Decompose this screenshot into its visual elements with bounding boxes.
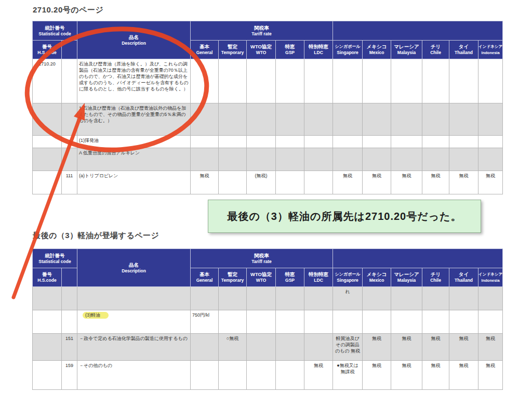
cell-singapore — [333, 59, 363, 103]
header-singapore: シンガポールSingapore — [333, 268, 363, 287]
cell-mexico — [363, 136, 391, 148]
cell-thailand: 無税 — [449, 361, 478, 390]
cell-chile — [422, 103, 449, 136]
header-general-ja: 基本 — [191, 44, 218, 50]
cell-singapore: れ — [333, 287, 363, 310]
stat-code-cell — [62, 310, 77, 334]
cell-malaysia: 無税 — [391, 361, 422, 390]
header-tariff-rate-ja: 関税率 — [191, 253, 332, 259]
cell-general — [191, 59, 219, 103]
table-row: 159 －その他のもの 無税 ●無税又は無課税 無税 無税 無税 無税 無税 — [33, 361, 503, 390]
header-wto-en: WTO — [247, 278, 275, 283]
cell-indonesia — [478, 310, 503, 334]
table-row: A 低重合度の混合アルキレン — [33, 148, 503, 171]
header-temporary: 暫定Temporary — [219, 41, 247, 59]
section-title-bottom: 最後の（3）軽油が登場するページ — [33, 231, 159, 241]
cell-thailand: 無税 — [449, 334, 478, 361]
header-malaysia-en: Malaysia — [391, 278, 422, 283]
cell-mexico: 無税 — [363, 171, 391, 194]
cell-mexico — [363, 287, 391, 310]
header-ldc-ja: 特別特恵 — [304, 271, 332, 278]
header-thailand-ja: タイ — [449, 271, 478, 278]
header-description-ja: 品名 — [77, 34, 190, 41]
header-tariff-rate-en: Tariff rate — [191, 31, 332, 37]
cell-malaysia — [391, 103, 422, 136]
header-description-en: Description — [77, 268, 190, 274]
cell-indonesia — [478, 59, 503, 103]
header-general: 基本General — [191, 268, 219, 287]
cell-wto — [247, 59, 276, 103]
cell-mexico — [363, 148, 391, 171]
cell-temporary — [219, 136, 247, 148]
table-row: 151 －政令で定める石油化学製品の製造に使用するもの ○無税 軽質油及びその調… — [33, 334, 503, 361]
header-gsp: 特恵GSP — [276, 268, 304, 287]
cell-ldc — [304, 334, 333, 361]
cell-general — [191, 361, 219, 390]
header-description: 品名Description — [77, 249, 191, 287]
header-description-en: Description — [77, 41, 190, 46]
header-thailand-en: Thailand — [449, 50, 478, 56]
cell-indonesia: 無税 — [478, 334, 503, 361]
cell-thailand — [449, 136, 478, 148]
header-general-ja: 基本 — [191, 271, 218, 278]
hs-code-cell — [33, 287, 62, 310]
stat-code-cell — [62, 103, 77, 136]
callout-text: 最後の（3）軽油の所属先は2710.20号だった。 — [227, 210, 461, 224]
table-row: 2710.20 石油及び歴青油（原油を除く。）及び、これらの調製品（石油又は歴青… — [33, 59, 503, 103]
header-gsp-ja: 特恵 — [276, 271, 304, 278]
cell-singapore — [333, 310, 363, 334]
header-ldc: 特別特恵LDC — [304, 268, 333, 287]
cell-mexico: 無税 — [363, 361, 391, 390]
cell-thailand: 無税 — [449, 171, 478, 194]
description-cell: (1)揮発油 — [77, 136, 191, 148]
cell-temporary — [219, 361, 247, 390]
header-indonesia-en: Indonesia — [478, 278, 502, 283]
header-gsp: 特恵GSP — [276, 41, 304, 59]
header-chile: チリChile — [422, 41, 449, 59]
header-wto-ja: WTO協定 — [247, 271, 275, 278]
cell-ldc — [304, 171, 333, 194]
header-mexico: メキシコMexico — [363, 41, 391, 59]
cell-thailand — [449, 287, 478, 310]
cell-general: 750円/kl — [191, 310, 219, 334]
header-temporary-en: Temporary — [219, 50, 246, 56]
header-stat-subcolumn — [62, 41, 77, 59]
cell-malaysia: 無税 — [391, 171, 422, 194]
header-singapore-en: Singapore — [333, 278, 362, 283]
header-wto: WTO協定WTO — [247, 41, 276, 59]
header-mexico: メキシコMexico — [363, 268, 391, 287]
cell-chile — [422, 136, 449, 148]
stat-code-cell — [62, 148, 77, 171]
hs-code-cell — [33, 334, 62, 361]
hs-code-cell — [33, 103, 62, 136]
cell-mexico — [363, 59, 391, 103]
header-chile-en: Chile — [422, 278, 449, 283]
cell-singapore: ●無税又は無課税 — [333, 361, 363, 390]
cell-temporary — [219, 103, 247, 136]
header-malaysia: マレーシアMalaysia — [391, 268, 422, 287]
cell-gsp — [276, 103, 304, 136]
header-temporary-ja: 暫定 — [219, 44, 246, 50]
header-hs-code: 番号H.S.code — [33, 268, 62, 287]
callout-note: 最後の（3）軽油の所属先は2710.20号だった。 — [208, 200, 481, 233]
description-cell: (a)トリプロピレン — [77, 171, 191, 194]
header-indonesia: インドネシアIndonesia — [478, 41, 503, 59]
cell-mexico: 無税 — [363, 334, 391, 361]
cell-gsp — [276, 334, 304, 361]
cell-ldc — [304, 59, 333, 103]
header-statistical-code: 統計番号Statistical code — [33, 21, 77, 41]
header-gsp-en: GSP — [276, 50, 304, 56]
cell-indonesia: 無税 — [478, 171, 503, 194]
cell-wto: (無税) — [247, 171, 276, 194]
cell-ldc: 無税 — [304, 361, 333, 390]
header-temporary: 暫定Temporary — [219, 268, 247, 287]
header-malaysia-en: Malaysia — [391, 50, 422, 56]
hs-code-cell: 2710.20 — [33, 59, 62, 103]
cell-general — [191, 334, 219, 361]
header-thailand: タイThailand — [449, 41, 478, 59]
header-ldc: 特別特恵LDC — [304, 41, 333, 59]
cell-temporary — [219, 148, 247, 171]
cell-wto — [247, 287, 276, 310]
header-hs-code-en: H.S.code — [33, 50, 61, 56]
cell-thailand — [449, 148, 478, 171]
